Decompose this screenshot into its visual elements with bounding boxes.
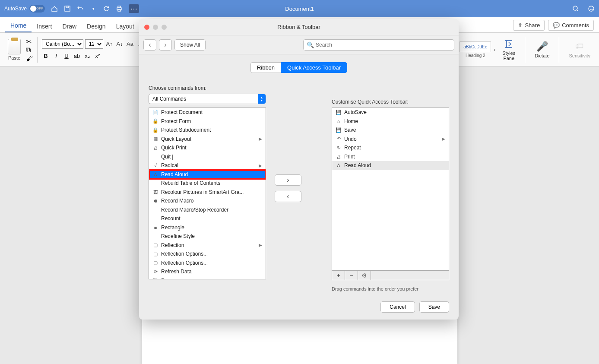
- commands-listbox[interactable]: 📄Protect Document🔒Protect Form🔒Protect S…: [149, 108, 266, 279]
- forward-button[interactable]: ›: [159, 39, 172, 51]
- command-item[interactable]: Redefine Style: [149, 232, 266, 241]
- sensitivity-button[interactable]: 🏷 Sensitivity: [564, 41, 595, 58]
- tab-draw[interactable]: Draw: [57, 20, 82, 32]
- qat-settings-icon[interactable]: ⚙: [358, 271, 371, 280]
- commands-source-select[interactable]: [149, 94, 266, 104]
- cut-icon[interactable]: ✂: [26, 38, 33, 44]
- search-icon[interactable]: [572, 5, 579, 12]
- command-label: Quick Layout: [161, 136, 191, 142]
- style-preview[interactable]: aBbCcDdEe Heading 2: [460, 41, 491, 58]
- format-painter-icon[interactable]: 🖌: [26, 55, 33, 62]
- undo-dropdown-icon[interactable]: ▾: [90, 5, 97, 12]
- qat-item[interactable]: ↶Undo▶: [332, 135, 449, 144]
- command-item[interactable]: 📄Protect Document: [149, 108, 266, 117]
- command-item[interactable]: ▦Quick Layout▶: [149, 135, 266, 144]
- font-size-select[interactable]: 12: [85, 39, 103, 49]
- select-arrows-icon[interactable]: ▲▼: [258, 94, 266, 104]
- command-icon: 🖼: [152, 189, 158, 195]
- qat-listbox[interactable]: 💾AutoSave⌂Home💾Save↶Undo▶↻Repeat🖨PrintAR…: [332, 108, 449, 271]
- command-icon: ⏺: [152, 198, 158, 204]
- print-icon[interactable]: [116, 5, 123, 12]
- styles-pane-button[interactable]: Styles Pane: [498, 38, 520, 61]
- comments-button[interactable]: 💬Comments: [548, 20, 594, 31]
- dictate-button[interactable]: 🎤 Dictate: [530, 41, 554, 58]
- bold-button[interactable]: B: [42, 52, 50, 60]
- styles-more-icon[interactable]: ›: [494, 47, 495, 53]
- command-label: Record Macro/Stop Recorder: [161, 207, 228, 213]
- qat-item-label: Save: [344, 127, 356, 133]
- close-icon[interactable]: [144, 25, 149, 30]
- superscript-button[interactable]: x²: [94, 52, 101, 60]
- add-button[interactable]: ›: [275, 174, 301, 186]
- show-all-button[interactable]: Show All: [174, 39, 206, 51]
- command-icon: [152, 233, 158, 239]
- qat-item-label: AutoSave: [344, 109, 367, 115]
- command-label: Radical: [161, 162, 178, 168]
- qat-item-label: Read Aloud: [344, 162, 371, 168]
- grow-font-icon[interactable]: A↑: [105, 40, 114, 48]
- qat-toolbar: + − ⚙: [332, 271, 449, 280]
- italic-button[interactable]: I: [52, 52, 60, 60]
- repeat-icon[interactable]: [103, 5, 110, 12]
- tab-insert[interactable]: Insert: [32, 20, 57, 32]
- command-item[interactable]: ▢Reflection▶: [149, 241, 266, 250]
- command-label: Record Macro: [161, 198, 193, 204]
- tab-home[interactable]: Home: [5, 19, 32, 32]
- save-button[interactable]: Save: [419, 301, 449, 313]
- command-item[interactable]: 🖼Recolour Pictures in SmartArt Gra...: [149, 188, 266, 197]
- command-item[interactable]: ARead Aloud: [149, 170, 266, 179]
- qat-item[interactable]: ↻Repeat: [332, 143, 449, 152]
- command-icon: [152, 215, 158, 222]
- command-item[interactable]: Quit |: [149, 152, 266, 161]
- strikethrough-button[interactable]: ab: [73, 52, 81, 60]
- copy-icon[interactable]: ⧉: [26, 46, 33, 53]
- tab-design[interactable]: Design: [82, 20, 111, 32]
- qat-item[interactable]: 💾AutoSave: [332, 108, 449, 117]
- svg-rect-0: [65, 6, 70, 11]
- command-item[interactable]: ⿻Regroup: [149, 276, 266, 280]
- command-item[interactable]: ▢Reflection Options...: [149, 259, 266, 268]
- command-item[interactable]: Record Macro/Stop Recorder: [149, 206, 266, 215]
- command-item[interactable]: 🔒Protect Form: [149, 117, 266, 126]
- undo-icon[interactable]: [77, 5, 84, 12]
- search-input[interactable]: [303, 39, 454, 51]
- command-item[interactable]: Rebuild Table of Contents: [149, 179, 266, 188]
- paste-icon[interactable]: [8, 39, 21, 54]
- share-button[interactable]: ⇧Share: [513, 20, 545, 31]
- command-icon: ▦: [152, 136, 158, 142]
- tab-layout[interactable]: Layout: [111, 20, 139, 32]
- save-icon[interactable]: [64, 5, 71, 12]
- command-item[interactable]: 🔒Protect Subdocument: [149, 126, 266, 135]
- seg-qat[interactable]: Quick Access Toolbar: [281, 62, 347, 73]
- emoji-icon[interactable]: [588, 5, 595, 12]
- qat-remove-icon[interactable]: −: [345, 271, 358, 280]
- toggle-switch[interactable]: OFF: [29, 5, 45, 13]
- change-case-icon[interactable]: Aa: [126, 40, 134, 48]
- font-name-select[interactable]: Calibri (Bo...: [42, 39, 83, 49]
- command-icon: [152, 154, 158, 160]
- home-icon[interactable]: [51, 5, 58, 12]
- subscript-button[interactable]: x₂: [83, 52, 91, 60]
- qat-item[interactable]: ⌂Home: [332, 117, 449, 126]
- command-item[interactable]: ■Rectangle: [149, 223, 266, 232]
- qat-item[interactable]: ARead Aloud: [332, 161, 449, 170]
- cancel-button[interactable]: Cancel: [380, 301, 415, 313]
- command-item[interactable]: ▢Reflection Options...: [149, 250, 266, 259]
- underline-button[interactable]: U: [63, 52, 70, 60]
- seg-ribbon[interactable]: Ribbon: [250, 62, 281, 73]
- command-item[interactable]: 🖨Quick Print: [149, 143, 266, 152]
- command-item[interactable]: ⏺Record Macro: [149, 196, 266, 206]
- qat-item[interactable]: 🖨Print: [332, 152, 449, 161]
- titlebar: AutoSave OFF ▾ ⋯ Document1: [0, 0, 599, 17]
- command-item[interactable]: √Radical▶: [149, 161, 266, 170]
- qat-item-icon: ⌂: [336, 118, 342, 124]
- qat-add-icon[interactable]: +: [332, 271, 345, 280]
- remove-button[interactable]: ‹: [275, 191, 301, 202]
- command-item[interactable]: Recount: [149, 214, 266, 223]
- command-item[interactable]: ⟳Refresh Data: [149, 267, 266, 276]
- back-button[interactable]: ‹: [143, 39, 156, 51]
- more-icon[interactable]: ⋯: [129, 4, 139, 13]
- shrink-font-icon[interactable]: A↓: [115, 40, 124, 48]
- qat-item[interactable]: 💾Save: [332, 126, 449, 135]
- autosave-toggle[interactable]: AutoSave OFF: [4, 5, 45, 13]
